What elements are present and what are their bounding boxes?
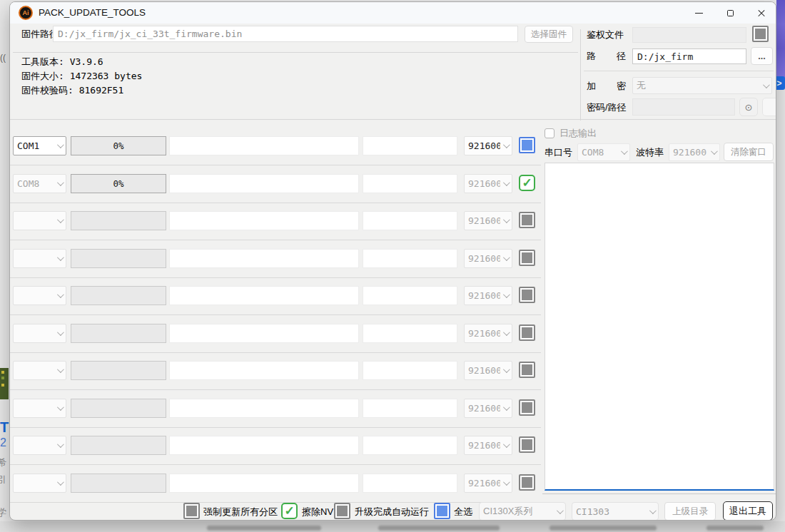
row-baud-select[interactable]: 921600 <box>464 136 512 155</box>
status-field[interactable] <box>169 286 359 305</box>
row-select-checkbox[interactable] <box>519 137 535 153</box>
browse-path-button[interactable]: ... <box>751 47 773 65</box>
row-baud-select[interactable]: 921600 <box>464 474 512 493</box>
extra-password-button[interactable] <box>762 98 776 116</box>
row-baud-select[interactable]: 921600 <box>464 361 512 380</box>
chevron-down-icon <box>711 148 718 155</box>
auto-run-checkbox[interactable] <box>334 503 350 519</box>
info-field[interactable] <box>363 474 457 493</box>
com-port-select[interactable] <box>13 286 66 305</box>
close-button[interactable] <box>746 2 776 24</box>
force-update-checkbox[interactable] <box>183 503 200 519</box>
info-field[interactable] <box>363 436 457 455</box>
clear-window-button[interactable]: 清除窗口 <box>724 143 774 161</box>
row-divider <box>10 427 541 428</box>
row-select-checkbox[interactable] <box>519 474 535 491</box>
status-field[interactable] <box>169 136 359 155</box>
row-select-checkbox[interactable] <box>519 436 535 453</box>
progress-bar: 0% <box>71 136 166 155</box>
serial-port-select[interactable]: COM8 <box>577 143 630 161</box>
reveal-password-button[interactable]: ⊙ <box>739 98 758 116</box>
log-output-checkbox[interactable] <box>545 128 554 138</box>
auth-path-input[interactable] <box>632 48 746 64</box>
chevron-down-icon <box>763 81 770 88</box>
info-field[interactable] <box>363 249 457 268</box>
row-baud-select[interactable]: 921600 <box>464 174 512 193</box>
chevron-down-icon <box>57 479 64 486</box>
encrypt-select[interactable]: 无 <box>632 77 772 94</box>
com-port-select[interactable] <box>13 324 66 343</box>
checkbox-fill <box>522 215 532 225</box>
row-baud-select[interactable]: 921600 <box>464 436 512 455</box>
status-field[interactable] <box>169 249 359 268</box>
series-select[interactable]: CI130X系列 <box>479 502 566 521</box>
com-row: 921600 <box>10 211 541 230</box>
firmware-checksum-value: 81692F51 <box>79 85 124 96</box>
row-baud-select[interactable]: 921600 <box>464 286 512 305</box>
row-select-checkbox[interactable] <box>519 399 535 416</box>
status-field[interactable] <box>169 474 359 493</box>
exit-tool-button[interactable]: 退出工具 <box>723 501 773 521</box>
blurred-text <box>207 526 321 531</box>
status-field[interactable] <box>169 361 359 380</box>
com-port-select[interactable]: COM8 <box>13 174 66 193</box>
progress-bar <box>71 211 166 230</box>
info-field[interactable] <box>363 174 457 193</box>
checkbox-fill <box>522 477 532 488</box>
row-baud-value: 921600 <box>468 440 500 451</box>
row-select-checkbox[interactable] <box>519 250 535 266</box>
title-bar[interactable]: Ai PACK_UPDATE_TOOLS <box>10 2 776 24</box>
firmware-checksum-line: 固件校验码: 81692F51 <box>21 83 123 98</box>
row-select-checkbox[interactable]: ✓ <box>519 175 535 191</box>
parent-directory-button[interactable]: 上级目录 <box>664 502 716 521</box>
com-port-select[interactable] <box>13 211 66 230</box>
auth-file-input[interactable] <box>632 27 746 43</box>
row-baud-select[interactable]: 921600 <box>464 211 512 230</box>
row-baud-select[interactable]: 921600 <box>464 399 512 418</box>
row-baud-select[interactable]: 921600 <box>464 249 512 268</box>
chip-select[interactable]: CI1303 <box>572 502 659 521</box>
divider <box>13 52 578 53</box>
checkbox-fill <box>522 140 532 150</box>
status-field[interactable] <box>169 324 359 343</box>
status-field[interactable] <box>169 399 359 418</box>
info-field[interactable] <box>363 211 457 230</box>
row-select-checkbox[interactable] <box>519 362 535 378</box>
info-field[interactable] <box>363 399 457 418</box>
firmware-path-input[interactable] <box>53 26 518 42</box>
maximize-button[interactable] <box>714 2 746 24</box>
info-field[interactable] <box>363 136 457 155</box>
auth-file-checkbox[interactable] <box>752 26 769 42</box>
com-port-select[interactable] <box>13 249 66 268</box>
com-port-select[interactable] <box>13 436 66 455</box>
status-field[interactable] <box>169 211 359 230</box>
select-all-checkbox[interactable] <box>434 503 450 519</box>
chevron-down-icon <box>503 179 510 186</box>
info-field[interactable] <box>363 361 457 380</box>
info-field[interactable] <box>363 324 457 343</box>
com-port-select[interactable] <box>13 399 66 418</box>
erase-nv-checkbox[interactable]: ✓ <box>281 503 298 519</box>
row-select-checkbox[interactable] <box>519 287 535 303</box>
select-firmware-button[interactable]: 选择固件 <box>525 26 573 43</box>
status-field[interactable] <box>169 436 359 455</box>
vertical-divider <box>580 29 581 121</box>
baud-rate-select[interactable]: 921600 <box>669 143 720 161</box>
auth-path-label: 路 径 <box>587 49 626 63</box>
com-row: 921600 <box>10 399 541 418</box>
com-port-select[interactable] <box>13 361 66 380</box>
status-field[interactable] <box>169 174 359 193</box>
row-baud-select[interactable]: 921600 <box>464 324 512 343</box>
progress-bar <box>71 286 166 305</box>
chevron-down-icon <box>649 507 657 514</box>
log-output-area[interactable] <box>545 163 774 491</box>
minimize-button[interactable] <box>683 2 714 24</box>
info-field[interactable] <box>363 286 457 305</box>
password-path-input[interactable] <box>632 98 735 116</box>
desktop-left-strip: (( T 2 希 引 学 <box>0 0 9 532</box>
row-select-checkbox[interactable] <box>519 324 535 341</box>
chevron-down-icon <box>503 366 510 373</box>
com-port-select[interactable]: COM1 <box>13 136 66 155</box>
row-select-checkbox[interactable] <box>519 212 535 228</box>
com-port-select[interactable] <box>13 474 66 493</box>
